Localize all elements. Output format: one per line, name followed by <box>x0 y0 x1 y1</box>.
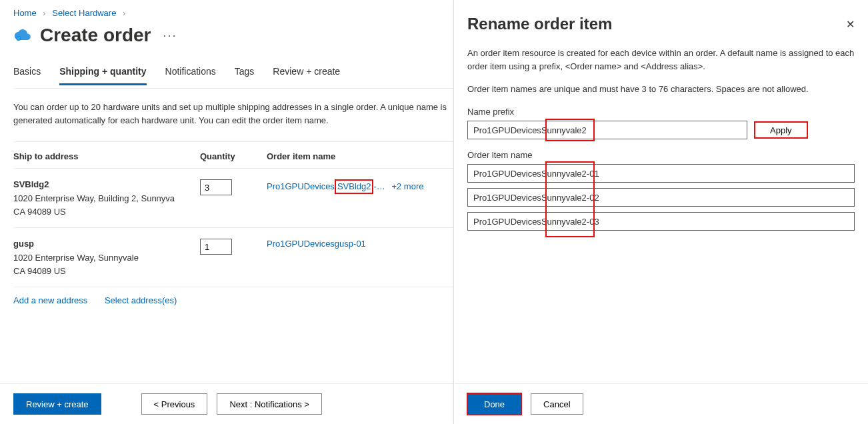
oi-text: -… <box>373 181 385 191</box>
breadcrumb-select-hardware[interactable]: Select Hardware <box>52 8 116 18</box>
order-item-name-input[interactable]: Pro1GPUDevicesSunnyvale2-01 <box>467 164 855 183</box>
create-order-page: Home › Select Hardware › Create order ··… <box>0 0 453 424</box>
oi-highlight: Sunnyvale2 <box>541 193 587 203</box>
next-button[interactable]: Next : Notifications > <box>217 393 322 415</box>
breadcrumb: Home › Select Hardware › <box>13 8 453 25</box>
col-header-ship: Ship to address <box>13 151 200 161</box>
breadcrumb-sep: › <box>119 8 129 18</box>
order-item-name-link[interactable]: Pro1GPUDevicesgusp-01 <box>267 239 453 249</box>
name-prefix-input[interactable]: Pro1GPUDevicesSunnyvale2 <box>467 121 747 139</box>
rename-order-item-panel: Rename order item ✕ An order item resour… <box>453 0 868 424</box>
prefix-label: Name prefix <box>467 107 855 117</box>
prefix-highlight: Sunnyvale2 <box>541 125 587 135</box>
tab-shipping-quantity[interactable]: Shipping + quantity <box>59 61 146 85</box>
page-title: Create order <box>40 25 151 46</box>
tab-review-create[interactable]: Review + create <box>273 61 340 85</box>
panel-title: Rename order item <box>467 15 612 33</box>
quantity-input[interactable] <box>200 239 232 255</box>
tabs: Basics Shipping + quantity Notifications… <box>13 61 453 85</box>
tab-notifications[interactable]: Notifications <box>165 61 216 85</box>
prefix-text: Pro1GPUDevices <box>473 125 541 135</box>
panel-description: Order item names are unique and must hav… <box>467 83 855 96</box>
highlighted-alias: SVBldg2 <box>335 179 374 194</box>
oi-text: Pro1GPUDevices <box>473 169 541 179</box>
add-address-link[interactable]: Add a new address <box>13 295 87 305</box>
address-name: gusp <box>13 239 200 249</box>
more-actions-icon[interactable]: ··· <box>159 29 181 43</box>
oi-text: -02 <box>587 193 599 203</box>
oi-text: -03 <box>587 217 599 227</box>
svg-rect-1 <box>17 37 20 40</box>
table-row: SVBldg2 1020 Enterprise Way, Building 2,… <box>13 169 453 228</box>
oi-highlight: Sunnyvale2 <box>541 169 587 179</box>
wizard-footer: Review + create < Previous Next : Notifi… <box>0 383 453 424</box>
col-header-qty: Quantity <box>200 151 267 161</box>
address-line: CA 94089 US <box>13 205 200 219</box>
close-icon[interactable]: ✕ <box>846 18 855 31</box>
oi-label: Order item name <box>467 150 855 160</box>
quantity-input[interactable] <box>200 179 232 195</box>
oi-text: -01 <box>587 169 599 179</box>
panel-footer: Done Cancel <box>454 383 868 424</box>
shipping-grid: Ship to address Quantity Order item name… <box>13 141 453 287</box>
breadcrumb-home[interactable]: Home <box>13 8 37 18</box>
table-row: gusp 1020 Enterprise Way, Sunnyvale CA 9… <box>13 228 453 287</box>
cloud-hardware-icon <box>13 26 32 45</box>
breadcrumb-sep: › <box>39 8 49 18</box>
oi-text: Pro1GPUDevices <box>473 217 541 227</box>
col-header-oi: Order item name <box>267 151 453 161</box>
apply-button[interactable]: Apply <box>754 121 808 139</box>
done-button[interactable]: Done <box>467 393 521 415</box>
oi-text: Pro1GPUDevices <box>267 181 335 191</box>
intro-text: You can order up to 20 hardware units an… <box>13 101 453 127</box>
more-items-link[interactable]: +2 more <box>391 181 423 191</box>
oi-highlight: Sunnyvale2 <box>541 217 587 227</box>
order-item-name-link[interactable]: Pro1GPUDevicesSVBldg2-… +2 more <box>267 179 453 194</box>
previous-button[interactable]: < Previous <box>141 393 208 415</box>
address-name: SVBldg2 <box>13 179 200 189</box>
tab-basics[interactable]: Basics <box>13 61 41 85</box>
tab-tags[interactable]: Tags <box>235 61 255 85</box>
review-create-button[interactable]: Review + create <box>13 393 101 415</box>
order-item-name-input[interactable]: Pro1GPUDevicesSunnyvale2-03 <box>467 212 855 231</box>
address-line: 1020 Enterprise Way, Building 2, Sunnyva <box>13 192 200 205</box>
panel-description: An order item resource is created for ea… <box>467 47 855 73</box>
address-line: CA 94089 US <box>13 265 200 278</box>
select-addresses-link[interactable]: Select address(es) <box>105 295 177 305</box>
oi-text: Pro1GPUDevices <box>473 193 541 203</box>
order-item-name-input[interactable]: Pro1GPUDevicesSunnyvale2-02 <box>467 188 855 207</box>
cancel-button[interactable]: Cancel <box>531 393 583 415</box>
address-line: 1020 Enterprise Way, Sunnyvale <box>13 251 200 265</box>
